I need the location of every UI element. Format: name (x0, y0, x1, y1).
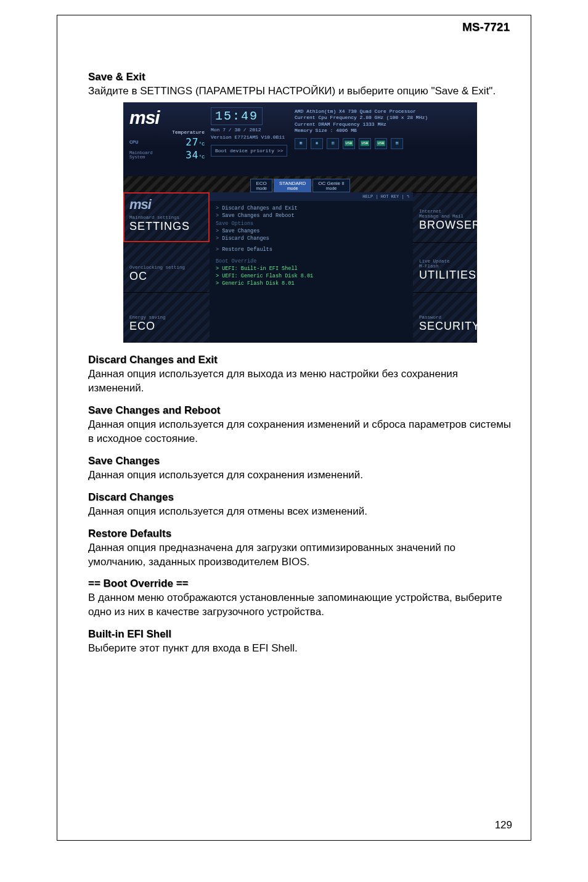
boot-priority-button[interactable]: Boot device priority >> (211, 145, 287, 157)
menu-generic-flash-disk[interactable]: Generic Flash Disk 8.01 (216, 280, 407, 287)
tile-settings[interactable]: msi Mainboard settings SETTINGS (123, 192, 210, 242)
help-hotkey-bar[interactable]: HELP | HOT KEY | ↰ (210, 192, 413, 201)
menu-uefi-flash-disk[interactable]: UEFI: Generic Flash Disk 8.01 (216, 272, 407, 280)
heading-restore-defaults: Restore Defaults (88, 528, 512, 540)
heading-save-reboot: Save Changes and Reboot (88, 404, 512, 417)
sysinfo-cpu: AMD Athlon(tm) X4 730 Quad Core Processo… (295, 108, 473, 115)
tile-oc[interactable]: Overclocking setting OC (123, 242, 210, 292)
body-discard-changes: Данная опция используется для отмены все… (88, 505, 512, 519)
heading-save-changes: Save Changes (88, 455, 512, 467)
bios-version: Version E7721AMS V10.0B11 (211, 134, 291, 140)
cpu-temp-value: 27 (186, 136, 198, 148)
tile-security[interactable]: Password SECURITY (413, 292, 477, 342)
heading-builtin-efi: Built-in EFI Shell (88, 628, 512, 640)
body-save-changes: Данная опция используется для сохранения… (88, 468, 512, 483)
body-save-reboot: Данная опция используется для сохранения… (88, 418, 512, 446)
system-label: System (129, 155, 145, 160)
header-model: MS-7721 (88, 20, 512, 34)
cpu-label: CPU (129, 139, 138, 145)
page-number: 129 (495, 819, 512, 831)
heading-discard-exit: Discard Changes and Exit (88, 354, 512, 366)
tile-utilities[interactable]: Live Update M-Flash UTILITIES (413, 242, 477, 292)
tab-standard-mode[interactable]: STANDARDmode (274, 179, 311, 192)
sysinfo-freq: Current Cpu Frequency 2.80 GHz (100 x 28… (295, 115, 473, 121)
menu-restore-defaults[interactable]: Restore Defaults (216, 246, 407, 253)
device-icon[interactable]: ▣ (295, 138, 307, 149)
bios-screenshot: F12 Language X msi Temperature CPU 27°C … (123, 102, 477, 343)
menu-discard-changes[interactable]: Discard Changes (216, 235, 407, 242)
manual-page: MS-7721 Save & Exit Зайдите в SETTINGS (… (57, 15, 531, 841)
menu-save-reboot[interactable]: Save Changes and Reboot (216, 212, 407, 219)
tab-eco-mode[interactable]: ECOmode (250, 179, 272, 192)
usb-icon[interactable]: USB (343, 138, 355, 149)
boot-device-icons: ▣ ◉ ▥ USB USB USB ▤ (295, 138, 473, 149)
body-boot-override: В данном меню отображаются установленные… (88, 591, 512, 619)
sysinfo-dram: Current DRAM Frequency 1333 MHz (295, 121, 473, 128)
sysinfo-mem: Memory Size : 4096 MB (295, 128, 473, 134)
usb-icon[interactable]: USB (359, 138, 371, 149)
right-nav: Internet Message and Mail BROWSER Live U… (413, 192, 477, 343)
tab-oc-genie-mode[interactable]: OC Genie IImode (312, 179, 349, 192)
body-discard-exit: Данная опция используется для выхода из … (88, 367, 512, 396)
heading-boot-override: == Boot Override == (88, 578, 512, 590)
menu-save-changes[interactable]: Save Changes (216, 227, 407, 235)
menu-head-save-options: Save Options (216, 219, 407, 227)
tile-eco[interactable]: Energy saving ECO (123, 292, 210, 342)
menu-uefi-efi-shell[interactable]: UEFI: Built-in EFI Shell (216, 265, 407, 272)
msi-logo: msi (129, 107, 205, 128)
usb-icon[interactable]: USB (375, 138, 387, 149)
heading-save-exit: Save & Exit (88, 71, 512, 83)
menu-discard-exit[interactable]: Discard Changes and Exit (216, 205, 407, 212)
mb-temp-value: 34 (186, 149, 198, 161)
body-restore-defaults: Данная опция предназначена для загрузки … (88, 541, 512, 570)
clock-value: 15:49 (211, 107, 263, 125)
mode-tabs: ECOmode STANDARDmode OC Genie IImode (123, 176, 477, 192)
bios-top-panel: msi Temperature CPU 27°C Mainboard Syste… (123, 102, 477, 176)
date-value: Mon 7 / 30 / 2012 (211, 127, 291, 133)
tile-browser[interactable]: Internet Message and Mail BROWSER (413, 192, 477, 242)
heading-discard-changes: Discard Changes (88, 491, 512, 504)
device-icon[interactable]: ▤ (391, 138, 403, 149)
left-nav: msi Mainboard settings SETTINGS Overcloc… (123, 192, 210, 343)
device-icon[interactable]: ▥ (327, 138, 339, 149)
body-save-exit: Зайдите в SETTINGS (ПАРАМЕТРЫ НАСТРОЙКИ)… (88, 84, 512, 99)
body-builtin-efi: Выберите этот пункт для входа в EFI Shel… (88, 642, 512, 656)
cpu-temp-unit: °C (198, 141, 205, 147)
menu-panel: HELP | HOT KEY | ↰ Discard Changes and E… (210, 192, 413, 343)
mb-temp-unit: °C (198, 154, 205, 160)
menu-head-boot-override: Boot Override (216, 257, 407, 265)
device-icon[interactable]: ◉ (311, 138, 323, 149)
temperature-label: Temperature (129, 129, 205, 135)
